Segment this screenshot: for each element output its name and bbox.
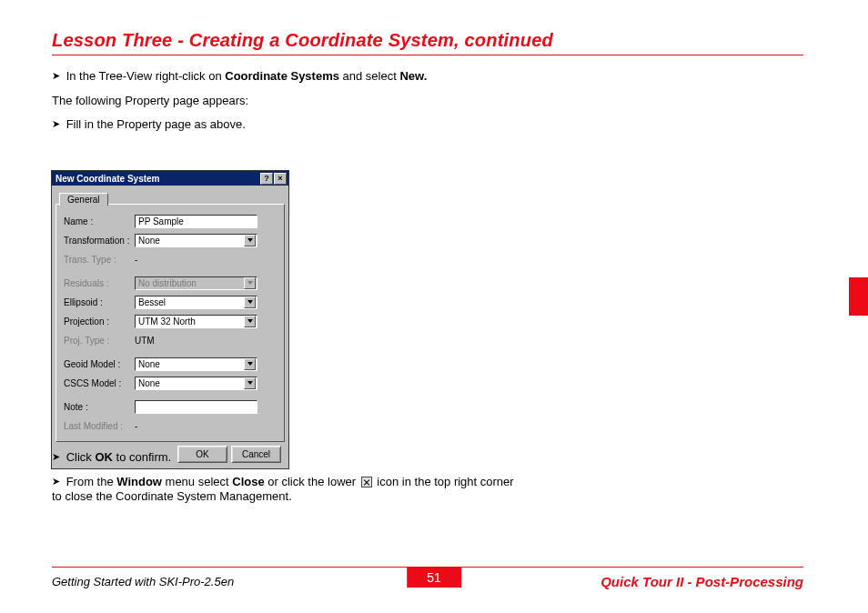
step-4-mid-a: menu select [162, 475, 232, 488]
last-modified-value: - [135, 421, 137, 431]
residuals-field: No distribution [135, 276, 257, 290]
label-geoid-model: Geoid Model : [64, 359, 135, 369]
step-3-pre: Click [66, 450, 96, 464]
step-4-bold-b: Close [232, 475, 264, 488]
tab-general[interactable]: General [59, 193, 108, 206]
step-4: From the Window menu select Close or cli… [52, 475, 525, 505]
transformation-field[interactable]: None [135, 234, 257, 247]
step-3: Click OK to confirm. [52, 450, 525, 466]
chevron-down-icon [244, 277, 256, 289]
property-page-appears: The following Property page appears: [52, 94, 525, 109]
dialog-title-text: New Coordinate System [56, 174, 259, 184]
chevron-down-icon[interactable] [244, 316, 256, 327]
page-title: Lesson Three - Creating a Coordinate Sys… [52, 30, 553, 51]
cscs-model-field[interactable]: None [135, 377, 257, 390]
residuals-value: No distribution [138, 278, 197, 288]
close-icon [361, 477, 372, 487]
step-4-pre: From the [66, 475, 117, 488]
label-ellipsoid: Ellipsoid : [64, 297, 135, 307]
step-4-mid-b: or click the lower [265, 475, 359, 488]
dialog-titlebar: New Coordinate System ? × [52, 171, 288, 186]
step-1-bold-a: Coordinate Systems [225, 69, 339, 83]
step-3-post: to confirm. [113, 450, 171, 464]
trans-type-value: - [135, 255, 137, 265]
step-1-text-a: In the Tree-View right-click on [66, 69, 226, 83]
projection-value: UTM 32 North [138, 317, 196, 327]
step-1: In the Tree-View right-click on Coordina… [52, 69, 525, 85]
ellipsoid-value: Bessel [138, 297, 166, 307]
name-field[interactable]: PP Sample [135, 215, 257, 228]
ellipsoid-field[interactable]: Bessel [135, 296, 257, 309]
label-name: Name : [64, 216, 135, 226]
note-field[interactable] [135, 400, 257, 414]
label-note: Note : [64, 402, 135, 412]
step-2-text: Fill in the Property page as above. [66, 117, 246, 131]
page-number: 51 [407, 568, 461, 588]
step-2: Fill in the Property page as above. [52, 117, 525, 133]
transformation-value: None [138, 236, 160, 246]
chevron-down-icon[interactable] [244, 358, 256, 370]
step-1-text-b: and select [339, 69, 400, 83]
label-last-modified: Last Modified : [64, 421, 135, 431]
label-trans-type: Trans. Type : [64, 255, 135, 265]
label-projection: Projection : [64, 317, 135, 327]
chevron-down-icon[interactable] [244, 377, 256, 389]
step-4-bold-a: Window [116, 475, 162, 488]
label-residuals: Residuals : [64, 278, 135, 288]
chevron-down-icon[interactable] [244, 296, 256, 308]
label-proj-type: Proj. Type : [64, 336, 135, 346]
label-transformation: Transformation : [64, 236, 135, 246]
section-side-tab [849, 277, 868, 316]
cscs-model-value: None [138, 378, 160, 388]
step-1-bold-b: New. [399, 69, 427, 83]
dialog-tab-panel: Name : PP Sample Transformation : None T… [56, 204, 285, 442]
title-rule [52, 55, 803, 55]
geoid-model-field[interactable]: None [135, 357, 257, 371]
step-3-bold: OK [95, 450, 113, 464]
projection-field[interactable]: UTM 32 North [135, 315, 257, 328]
geoid-model-value: None [138, 359, 160, 369]
proj-type-value: UTM [135, 336, 155, 346]
label-cscs-model: CSCS Model : [64, 378, 135, 388]
close-button[interactable]: × [274, 173, 287, 185]
footer-left: Getting Started with SKI-Pro-2.5en [52, 575, 234, 588]
chevron-down-icon[interactable] [244, 235, 256, 246]
footer-right: Quick Tour II - Post-Processing [601, 574, 803, 589]
help-button[interactable]: ? [260, 173, 273, 185]
name-value: PP Sample [138, 216, 184, 226]
new-coord-system-dialog: New Coordinate System ? × General Name :… [51, 170, 289, 469]
